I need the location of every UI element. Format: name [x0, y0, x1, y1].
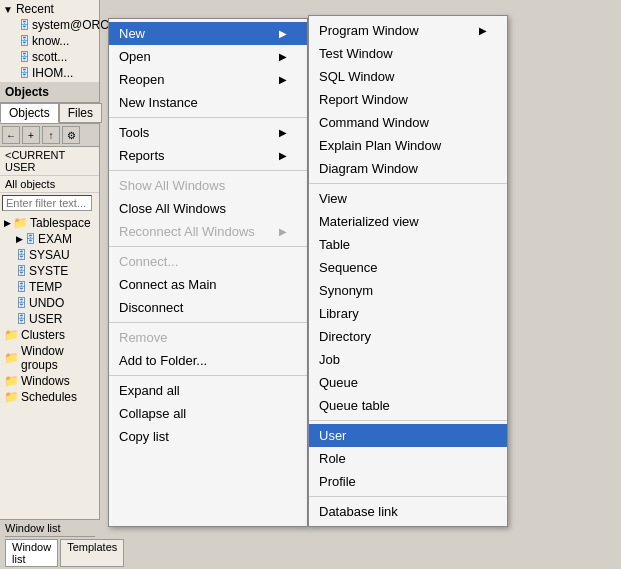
menu-arrow-reports: ▶	[279, 150, 287, 161]
recent-item-2[interactable]: 🗄 know...	[17, 33, 96, 49]
menu-item-new[interactable]: New ▶	[109, 22, 307, 45]
objects-title: Objects	[0, 82, 99, 103]
menu-item-tools[interactable]: Tools ▶	[109, 121, 307, 144]
folder-icon-2: 📁	[4, 328, 19, 342]
menu-item-show-all-label: Show All Windows	[119, 178, 225, 193]
tree-sysau[interactable]: 🗄 SYSAU	[2, 247, 97, 263]
tree-user[interactable]: 🗄 USER	[2, 311, 97, 327]
menu-item-connect-main[interactable]: Connect as Main	[109, 273, 307, 296]
submenu-mat-view[interactable]: Materialized view	[309, 210, 507, 233]
submenu-profile[interactable]: Profile	[309, 470, 507, 493]
tree-undo[interactable]: 🗄 UNDO	[2, 295, 97, 311]
submenu-synonym[interactable]: Synonym	[309, 279, 507, 302]
submenu-test-label: Test Window	[319, 46, 393, 61]
toolbar-btn-3[interactable]: ↑	[42, 126, 60, 144]
submenu-database-link[interactable]: Database link	[309, 500, 507, 523]
recent-item-4[interactable]: 🗄 IHOM...	[17, 65, 96, 81]
tree-window-groups[interactable]: 📁 Window groups	[2, 343, 97, 373]
separator-3	[109, 246, 307, 247]
submenu-diagram-window[interactable]: Diagram Window	[309, 157, 507, 180]
tree-syste[interactable]: 🗄 SYSTE	[2, 263, 97, 279]
collapse-icon: ▼	[3, 4, 13, 15]
menu-item-disconnect[interactable]: Disconnect	[109, 296, 307, 319]
separator-4	[109, 322, 307, 323]
submenu-user[interactable]: User	[309, 424, 507, 447]
submenu-command-window[interactable]: Command Window	[309, 111, 507, 134]
toolbar-btn-4[interactable]: ⚙	[62, 126, 80, 144]
recent-item-label-3: scott...	[32, 50, 67, 64]
menu-item-reopen[interactable]: Reopen ▶	[109, 68, 307, 91]
submenu-program-window[interactable]: Program Window ▶	[309, 19, 507, 42]
db-icon-5: 🗄	[25, 233, 36, 245]
tree-schedules[interactable]: 📁 Schedules	[2, 389, 97, 405]
db-icon-9: 🗄	[16, 297, 27, 309]
submenu-queue[interactable]: Queue	[309, 371, 507, 394]
submenu-queue-table[interactable]: Queue table	[309, 394, 507, 417]
submenu-view-label: View	[319, 191, 347, 206]
submenu-profile-label: Profile	[319, 474, 356, 489]
separator-2	[109, 170, 307, 171]
submenu-sql-window[interactable]: SQL Window	[309, 65, 507, 88]
submenu-new: Program Window ▶ Test Window SQL Window …	[308, 15, 508, 527]
menu-item-close-all-windows[interactable]: Close All Windows	[109, 197, 307, 220]
menu-item-reports-label: Reports	[119, 148, 165, 163]
menu-item-copy-list[interactable]: Copy list	[109, 425, 307, 448]
tree-window-groups-label: Window groups	[21, 344, 95, 372]
bottom-tabs: Window list Templates	[5, 539, 95, 567]
menu-item-tools-label: Tools	[119, 125, 149, 140]
folder-icon: 📁	[13, 216, 28, 230]
tab-objects[interactable]: Objects	[0, 103, 59, 123]
submenu-job[interactable]: Job	[309, 348, 507, 371]
menu-item-remove[interactable]: Remove	[109, 326, 307, 349]
tree-exam[interactable]: ▶ 🗄 EXAM	[2, 231, 97, 247]
bottom-tab-templates[interactable]: Templates	[60, 539, 124, 567]
tree-windows[interactable]: 📁 Windows	[2, 373, 97, 389]
menu-item-reports[interactable]: Reports ▶	[109, 144, 307, 167]
submenu-library[interactable]: Library	[309, 302, 507, 325]
tree-exam-label: EXAM	[38, 232, 72, 246]
submenu-view[interactable]: View	[309, 187, 507, 210]
bottom-tab-window-list[interactable]: Window list	[5, 539, 58, 567]
tree-tablespace[interactable]: ▶ 📁 Tablespace	[2, 215, 97, 231]
submenu-explain-window[interactable]: Explain Plan Window	[309, 134, 507, 157]
menu-item-new-instance[interactable]: New Instance	[109, 91, 307, 114]
submenu-diagram-label: Diagram Window	[319, 161, 418, 176]
separator-5	[109, 375, 307, 376]
menu-arrow-reconnect: ▶	[279, 226, 287, 237]
menu-item-add-folder[interactable]: Add to Folder...	[109, 349, 307, 372]
tree-temp[interactable]: 🗄 TEMP	[2, 279, 97, 295]
menu-item-copy-list-label: Copy list	[119, 429, 169, 444]
tree-clusters[interactable]: 📁 Clusters	[2, 327, 97, 343]
submenu-table[interactable]: Table	[309, 233, 507, 256]
submenu-sequence[interactable]: Sequence	[309, 256, 507, 279]
submenu-queue-label: Queue	[319, 375, 358, 390]
menu-item-open[interactable]: Open ▶	[109, 45, 307, 68]
expand-icon: ▶	[4, 218, 11, 228]
menu-item-connect[interactable]: Connect...	[109, 250, 307, 273]
submenu-directory[interactable]: Directory	[309, 325, 507, 348]
submenu-test-window[interactable]: Test Window	[309, 42, 507, 65]
recent-item-1[interactable]: 🗄 system@ORC	[17, 17, 96, 33]
filter-input[interactable]	[2, 195, 92, 211]
db-icon-2: 🗄	[19, 35, 30, 47]
submenu-sequence-label: Sequence	[319, 260, 378, 275]
menu-item-collapse-all[interactable]: Collapse all	[109, 402, 307, 425]
menu-item-reconnect-all[interactable]: Reconnect All Windows ▶	[109, 220, 307, 243]
submenu-report-window[interactable]: Report Window	[309, 88, 507, 111]
sidebar-tabs: Objects Files	[0, 103, 99, 124]
submenu-role-label: Role	[319, 451, 346, 466]
menu-item-open-label: Open	[119, 49, 151, 64]
menu-item-expand-all[interactable]: Expand all	[109, 379, 307, 402]
tab-files[interactable]: Files	[59, 103, 102, 123]
tree-area: ▶ 📁 Tablespace ▶ 🗄 EXAM 🗄 SYSAU 🗄 SYSTE …	[0, 213, 99, 407]
toolbar-btn-1[interactable]: ←	[2, 126, 20, 144]
sidebar-toolbar: ← + ↑ ⚙	[0, 124, 99, 147]
submenu-role[interactable]: Role	[309, 447, 507, 470]
menu-item-add-folder-label: Add to Folder...	[119, 353, 207, 368]
recent-item-3[interactable]: 🗄 scott...	[17, 49, 96, 65]
menu-item-show-all-windows[interactable]: Show All Windows	[109, 174, 307, 197]
menu-level1: New ▶ Open ▶ Reopen ▶ New Instance Tools…	[108, 18, 308, 527]
toolbar-btn-2[interactable]: +	[22, 126, 40, 144]
sidebar-panel: ▼ Recent 🗄 system@ORC 🗄 know... 🗄 scott.…	[0, 0, 100, 569]
tree-undo-label: UNDO	[29, 296, 64, 310]
